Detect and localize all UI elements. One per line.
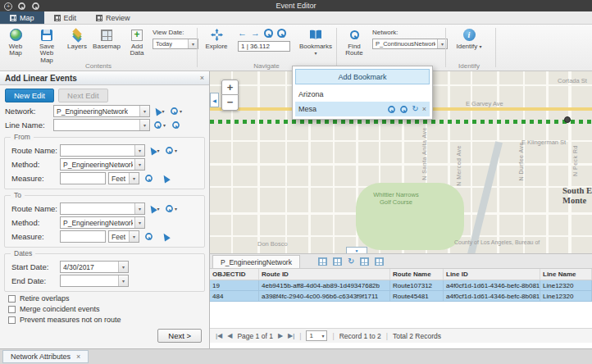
last-page-button[interactable]: ▶| xyxy=(288,332,294,339)
to-method-row: Method: P_EngineeringNetwork ▾ xyxy=(11,216,198,229)
attribute-set-icon[interactable] xyxy=(375,257,384,266)
panel-close-icon[interactable]: × xyxy=(200,75,204,82)
road xyxy=(210,163,592,166)
dropdown-icon[interactable]: ▾ xyxy=(139,120,149,130)
next-page-button[interactable]: ▶ xyxy=(278,332,283,339)
column-header[interactable]: Route ID xyxy=(259,269,390,280)
table-row[interactable]: 19 4eb9415b-aff8-4d04-ab89-1d49347682b R… xyxy=(210,280,592,291)
retire-overlaps-checkbox[interactable] xyxy=(8,295,16,303)
start-date-label: Start Date: xyxy=(11,262,57,271)
line-search-button[interactable] xyxy=(169,119,183,131)
page-number-select[interactable]: 1 ▾ xyxy=(306,330,327,341)
from-measure-pick-button[interactable] xyxy=(142,172,156,184)
network-attributes-tab[interactable]: Network Attributes × xyxy=(2,350,89,363)
network-select[interactable]: P_EngineeringNetwork ▾ xyxy=(53,105,150,117)
clear-selection-icon[interactable] xyxy=(333,257,342,266)
place-label-south-el-monte: South El Monte xyxy=(562,186,592,206)
map-zoom-out-button[interactable]: − xyxy=(221,95,239,111)
dropdown-icon[interactable]: ▾ xyxy=(134,159,144,170)
end-date-picker[interactable]: ▾ xyxy=(60,275,129,287)
network-pick-on-map-button[interactable]: ▾ xyxy=(153,105,166,117)
next-button[interactable]: Next > xyxy=(157,329,202,343)
add-data-button[interactable]: + Add Data xyxy=(123,27,151,58)
merge-coincident-checkbox[interactable] xyxy=(8,306,16,313)
identify-button[interactable]: i Identify ▾ xyxy=(451,27,487,51)
from-route-select[interactable]: ▾ xyxy=(60,144,145,157)
from-unit-select[interactable]: Feet ▾ xyxy=(108,172,139,184)
prevent-measures-checkbox[interactable] xyxy=(8,316,16,324)
next-extent-icon[interactable]: → xyxy=(251,29,260,38)
to-route-zoom-button[interactable]: ▾ xyxy=(164,202,178,215)
dropdown-icon[interactable]: ▾ xyxy=(314,51,316,56)
zoom-in-tool-icon[interactable] xyxy=(264,29,273,38)
close-icon[interactable]: × xyxy=(76,353,80,361)
separator: | xyxy=(332,332,334,340)
explore-button[interactable]: Explore xyxy=(202,27,231,51)
to-measure-pick-button[interactable] xyxy=(142,230,156,243)
find-route-button[interactable]: Find Route xyxy=(341,27,367,58)
from-measure-input[interactable] xyxy=(60,172,106,184)
ribbon-group-contents: Web Map Save Web Map Layers Basemap + Ad… xyxy=(2,27,198,65)
refresh-icon[interactable]: ↻ xyxy=(348,257,354,266)
to-method-select[interactable]: P_EngineeringNetwork ▾ xyxy=(60,216,145,229)
column-header[interactable]: OBJECTID xyxy=(210,269,259,280)
view-date-select[interactable]: Today ▾ xyxy=(153,39,198,49)
network-zoom-button[interactable]: ▾ xyxy=(169,105,183,117)
from-route-pick-button[interactable]: ▾ xyxy=(148,144,162,157)
add-bookmark-button[interactable]: Add Bookmark xyxy=(295,69,430,84)
dropdown-icon[interactable]: ▾ xyxy=(118,275,128,286)
column-header[interactable]: Line Name xyxy=(540,269,592,280)
map-zoom-in-button[interactable]: + xyxy=(221,80,239,95)
basemap-button[interactable]: Basemap xyxy=(92,27,121,51)
network-select[interactable]: P_ContinuousNetwork ▾ xyxy=(372,39,448,49)
table-row[interactable]: 484 a398f4fc-2940-4c00-96b6-c6343f9f1711… xyxy=(210,291,592,302)
to-unit-select[interactable]: Feet ▾ xyxy=(108,230,139,243)
line-name-select[interactable]: ▾ xyxy=(53,119,150,131)
from-route-zoom-button[interactable]: ▾ xyxy=(164,144,178,157)
to-route-pick-button[interactable]: ▾ xyxy=(148,202,162,215)
dropdown-icon[interactable]: ▾ xyxy=(129,231,139,242)
dropdown-icon[interactable]: ▾ xyxy=(134,145,144,156)
export-records-icon[interactable] xyxy=(360,257,369,266)
bookmark-item-arizona[interactable]: Arizona xyxy=(295,87,430,102)
previous-page-button[interactable]: ◀ xyxy=(227,332,232,339)
save-web-map-button[interactable]: Save Web Map xyxy=(31,27,62,65)
bookmark-zoom-icon[interactable] xyxy=(388,106,395,113)
panel-collapse-button[interactable]: ◀ xyxy=(210,93,219,107)
dropdown-icon[interactable]: ▾ xyxy=(134,203,144,214)
show-selected-records-icon[interactable] xyxy=(318,257,327,266)
tab-edit[interactable]: Edit xyxy=(44,11,87,24)
web-map-button[interactable]: Web Map xyxy=(2,27,30,58)
tab-review[interactable]: Review xyxy=(86,11,140,24)
previous-extent-icon[interactable]: ← xyxy=(238,29,247,38)
column-header[interactable]: Route Name xyxy=(390,269,444,280)
layers-button[interactable]: Layers xyxy=(64,27,90,51)
start-date-picker[interactable]: 4/30/2017 ▾ xyxy=(60,261,129,273)
bookmark-pan-icon[interactable] xyxy=(400,106,408,113)
cell-line-name: Line12320 xyxy=(540,280,592,290)
from-measure-select-button[interactable] xyxy=(158,172,172,184)
bookmark-delete-icon[interactable]: × xyxy=(422,106,426,113)
dropdown-icon[interactable]: ▾ xyxy=(134,217,144,228)
to-measure-input[interactable] xyxy=(60,230,106,243)
scale-input[interactable]: 1 | 36.112 xyxy=(238,41,290,52)
line-zoom-button[interactable]: ▾ xyxy=(153,119,166,131)
new-edit-button[interactable]: New Edit xyxy=(5,89,54,102)
tab-map[interactable]: Map xyxy=(0,11,44,24)
bookmark-refresh-icon[interactable]: ↻ xyxy=(412,105,418,113)
bookmarks-button[interactable]: Bookmarks ▾ xyxy=(297,27,335,58)
to-route-select[interactable]: ▾ xyxy=(60,202,145,215)
zoom-out-tool-icon[interactable] xyxy=(277,29,286,38)
from-method-select[interactable]: P_EngineeringNetwork ▾ xyxy=(60,158,145,171)
dropdown-icon[interactable]: ▾ xyxy=(118,262,128,272)
dropdown-icon[interactable]: ▾ xyxy=(480,44,482,49)
attribute-tab-engineering-network[interactable]: P_EngineeringNetwork xyxy=(212,255,300,268)
bookmark-item-mesa[interactable]: Mesa ↻ × xyxy=(295,102,430,116)
table-collapse-button[interactable]: ▼ xyxy=(346,247,367,253)
column-header[interactable]: Line ID xyxy=(444,269,540,280)
next-edit-button[interactable]: Next Edit xyxy=(58,89,108,102)
to-measure-select-button[interactable] xyxy=(158,230,172,243)
dropdown-icon[interactable]: ▾ xyxy=(129,173,139,184)
dropdown-icon[interactable]: ▾ xyxy=(139,106,149,116)
first-page-button[interactable]: |◀ xyxy=(216,332,222,339)
